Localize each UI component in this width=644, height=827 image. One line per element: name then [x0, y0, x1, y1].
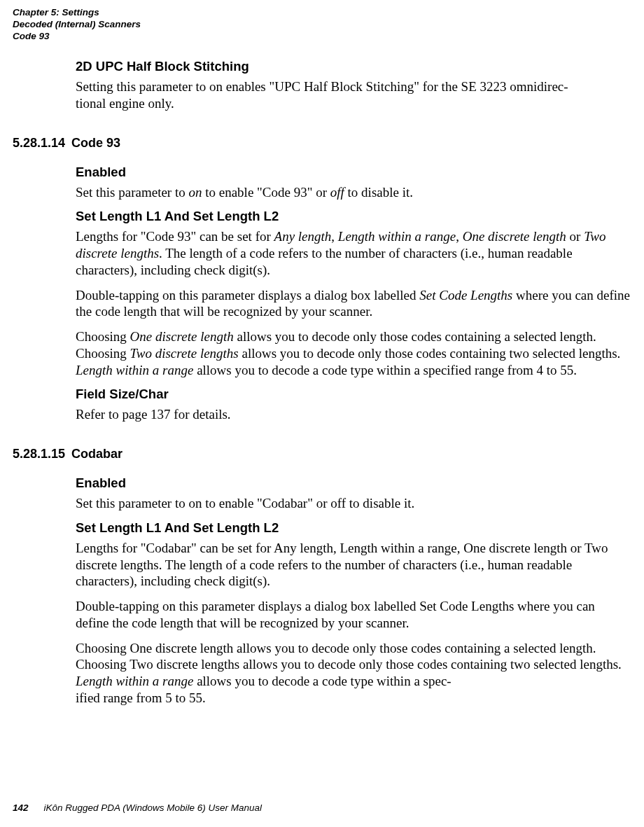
page-number: 142	[13, 802, 29, 813]
header-section: Decoded (Internal) Scanners	[13, 19, 141, 31]
page-header: Chapter 5: Settings Decoded (Internal) S…	[13, 7, 141, 43]
heading-fieldsize-1: Field Size/Char	[76, 387, 630, 402]
para-setlength-1b: Double-tapping on this parameter display…	[76, 287, 630, 321]
para-setlength-2c: Choosing One discrete length allows you …	[76, 640, 630, 707]
section-number-code93: 5.28.1.14	[13, 136, 65, 151]
section-number-codabar: 5.28.1.15	[13, 447, 65, 461]
heading-enabled-1: Enabled	[76, 165, 630, 180]
header-topic: Code 93	[13, 31, 141, 43]
para-fieldsize-1: Refer to page 137 for details.	[76, 406, 630, 423]
footer-title: iKôn Rugged PDA (Windows Mobile 6) User …	[44, 802, 262, 813]
para-setlength-1c: Choosing One discrete length allows you …	[76, 328, 630, 378]
heading-2d-upc: 2D UPC Half Block Stitching	[76, 59, 630, 74]
header-chapter: Chapter 5: Settings	[13, 7, 141, 19]
heading-setlength-2: Set Length L1 And Set Length L2	[76, 520, 630, 536]
page-footer: 142iKôn Rugged PDA (Windows Mobile 6) Us…	[13, 802, 262, 813]
para-enabled-1: Set this parameter to on to enable "Code…	[76, 184, 630, 201]
para-setlength-2a: Lengths for "Codabar" can be set for Any…	[76, 540, 630, 590]
heading-enabled-2: Enabled	[76, 475, 630, 491]
section-heading-codabar: Codabar	[71, 447, 630, 461]
heading-setlength-1: Set Length L1 And Set Length L2	[76, 209, 630, 224]
page-content: 2D UPC Half Block Stitching Setting this…	[76, 59, 630, 715]
para-setlength-2b: Double-tapping on this parameter display…	[76, 598, 630, 632]
section-heading-code93: Code 93	[71, 136, 630, 151]
para-setlength-1a: Lengths for "Code 93" can be set for Any…	[76, 228, 630, 278]
para-enabled-2: Set this parameter to on to enable "Coda…	[76, 495, 630, 512]
para-2d-upc: Setting this parameter to on enables "UP…	[76, 78, 630, 112]
